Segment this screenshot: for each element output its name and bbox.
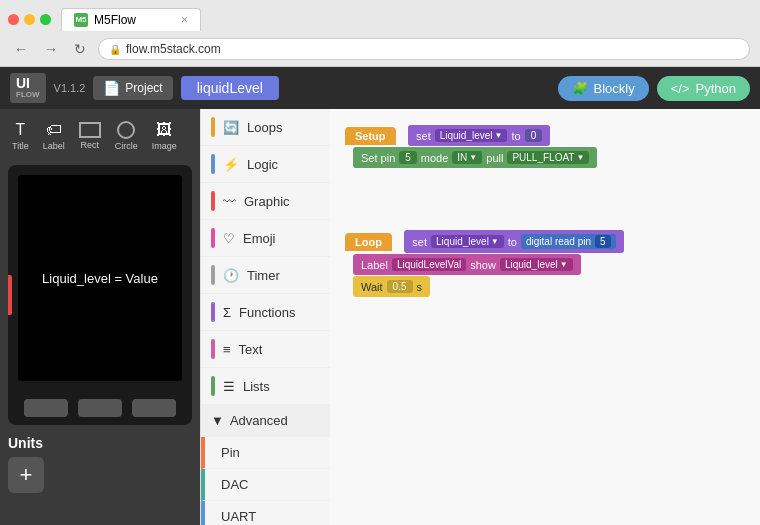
screen-btn-b[interactable]: [78, 399, 122, 417]
text-color-bar: [211, 339, 215, 359]
units-label: Units: [8, 435, 192, 451]
advanced-dac[interactable]: DAC: [201, 469, 330, 501]
advanced-arrow-icon: ▼: [211, 413, 224, 428]
pin5b-val: 5: [595, 235, 611, 248]
widget-circle[interactable]: Circle: [111, 117, 142, 155]
timer-label: Timer: [247, 268, 280, 283]
puzzle-icon: 🧩: [572, 81, 588, 96]
label-icon: 🏷: [46, 121, 62, 139]
forward-button[interactable]: →: [40, 39, 62, 59]
set2-label: set: [412, 236, 427, 248]
mode-label: mode: [421, 152, 449, 164]
pull-float-val: PULL_FLOAT ▼: [507, 151, 589, 164]
app-header: UI FLOW V1.1.2 📄 Project liquidLevel 🧩 B…: [0, 67, 760, 109]
screen-btn-a[interactable]: [24, 399, 68, 417]
project-name[interactable]: liquidLevel: [181, 76, 279, 100]
project-label: Project: [125, 81, 162, 95]
dac-label: DAC: [221, 477, 248, 492]
functions-color-bar: [211, 302, 215, 322]
set-liquid-read-block: set Liquid_level ▼ to digital read pin 5: [404, 230, 623, 253]
show-label: show: [470, 259, 496, 271]
emoji-icon: ♡: [223, 231, 235, 246]
category-graphic[interactable]: 〰 Graphic: [201, 183, 330, 220]
uart-label: UART: [221, 509, 256, 524]
category-lists[interactable]: ☰ Lists: [201, 368, 330, 405]
liquid-level-val: LiquidLevelVal: [392, 258, 466, 271]
blockly-button[interactable]: 🧩 Blockly: [558, 76, 649, 101]
left-panel: T Title 🏷 Label Rect Circle 🖼 Image: [0, 109, 200, 525]
advanced-uart[interactable]: UART: [201, 501, 330, 525]
address-bar[interactable]: 🔒 flow.m5stack.com: [98, 38, 750, 60]
code-icon: </>: [671, 81, 690, 96]
wait-val: 0.5: [387, 280, 413, 293]
circle-label: Circle: [115, 141, 138, 151]
python-button[interactable]: </> Python: [657, 76, 750, 101]
widget-label[interactable]: 🏷 Label: [39, 117, 69, 155]
add-unit-button[interactable]: +: [8, 457, 44, 493]
project-icon: 📄: [103, 80, 120, 96]
loops-icon: 🔄: [223, 120, 239, 135]
category-text[interactable]: ≡ Text: [201, 331, 330, 368]
logic-icon: ⚡: [223, 157, 239, 172]
widget-title[interactable]: T Title: [8, 117, 33, 155]
pin5-val: 5: [399, 151, 417, 164]
pull-label: pull: [486, 152, 503, 164]
category-functions[interactable]: Σ Functions: [201, 294, 330, 331]
wait-block: Wait 0.5 s: [353, 276, 430, 297]
to2-label: to: [508, 236, 517, 248]
digital-read-block: digital read pin 5: [521, 234, 616, 249]
screen-buttons: [8, 391, 192, 425]
label-label: Label: [43, 141, 65, 151]
rect-label: Rect: [80, 140, 99, 150]
minimize-button[interactable]: [24, 14, 35, 25]
label-show-block: Label LiquidLevelVal show Liquid_level ▼: [353, 254, 581, 275]
address-text: flow.m5stack.com: [126, 42, 221, 56]
version-label: V1.1.2: [54, 82, 86, 94]
set-pin-block: Set pin 5 mode IN ▼ pull PULL_FLOAT ▼: [353, 147, 597, 168]
loop-block-group: Loop set Liquid_level ▼ to digital read …: [345, 229, 624, 297]
widget-image[interactable]: 🖼 Image: [148, 117, 181, 155]
logic-color-bar: [211, 154, 215, 174]
category-loops[interactable]: 🔄 Loops: [201, 109, 330, 146]
lists-label: Lists: [243, 379, 270, 394]
tab-favicon: M5: [74, 13, 88, 27]
timer-icon: 🕐: [223, 268, 239, 283]
widget-toolbar: T Title 🏷 Label Rect Circle 🖼 Image: [8, 117, 192, 155]
widget-rect[interactable]: Rect: [75, 118, 105, 154]
graphic-color-bar: [211, 191, 215, 211]
circle-icon: [117, 121, 135, 139]
advanced-header[interactable]: ▼ Advanced: [201, 405, 330, 437]
show-label-prefix: Label: [361, 259, 388, 271]
screen-btn-c[interactable]: [132, 399, 176, 417]
rect-icon: [79, 122, 101, 138]
graphic-label: Graphic: [244, 194, 290, 209]
category-timer[interactable]: 🕐 Timer: [201, 257, 330, 294]
blockly-label: Blockly: [594, 81, 635, 96]
zero-val: 0: [525, 129, 543, 142]
workspace[interactable]: Setup set Liquid_level ▼ to 0 Set pin 5: [330, 109, 760, 525]
logo-ui-text: UI: [16, 76, 40, 91]
liquid-level-var2-pill: Liquid_level ▼: [431, 235, 504, 248]
timer-color-bar: [211, 265, 215, 285]
refresh-button[interactable]: ↻: [70, 39, 90, 59]
project-button[interactable]: 📄 Project: [93, 76, 172, 100]
wait-label: Wait: [361, 281, 383, 293]
maximize-button[interactable]: [40, 14, 51, 25]
image-icon: 🖼: [156, 121, 172, 139]
screen-content: Liquid_level = Value: [42, 271, 158, 286]
category-logic[interactable]: ⚡ Logic: [201, 146, 330, 183]
emoji-label: Emoji: [243, 231, 276, 246]
device-screen: Liquid_level = Value: [8, 165, 192, 425]
liquid-level-var-pill: Liquid_level ▼: [435, 129, 508, 142]
loops-label: Loops: [247, 120, 282, 135]
browser-tab[interactable]: M5 M5Flow ×: [61, 8, 201, 31]
app-logo: UI FLOW: [10, 73, 46, 103]
category-emoji[interactable]: ♡ Emoji: [201, 220, 330, 257]
in-val: IN ▼: [452, 151, 482, 164]
setpin-label: Set pin: [361, 152, 395, 164]
power-bar: [8, 275, 12, 315]
back-button[interactable]: ←: [10, 39, 32, 59]
close-button[interactable]: [8, 14, 19, 25]
advanced-pin[interactable]: Pin: [201, 437, 330, 469]
tab-close-icon[interactable]: ×: [181, 13, 188, 27]
